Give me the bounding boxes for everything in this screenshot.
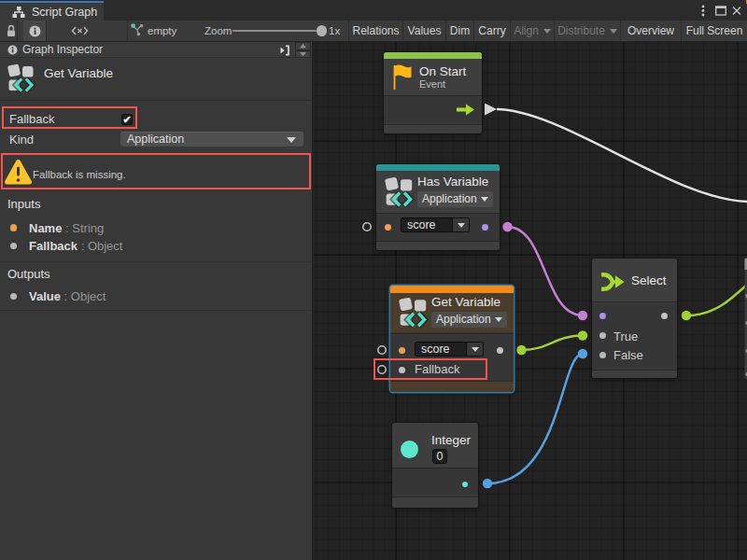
wire-dot[interactable] — [502, 222, 512, 231]
graph-toolbar: empty Zoom 1x Relations Values Dim Carry… — [0, 21, 747, 42]
wire-select-out[interactable] — [686, 273, 747, 315]
port-dot-false[interactable] — [599, 352, 606, 358]
port-dot-name[interactable] — [385, 224, 391, 231]
port-dot — [10, 243, 18, 250]
port-dot-true[interactable] — [599, 332, 606, 339]
port-dot-value[interactable] — [497, 347, 503, 354]
node-title: Select — [631, 273, 667, 287]
kind-property-label: Kind — [9, 133, 34, 147]
chevron-down-icon — [495, 317, 502, 322]
input-ring[interactable] — [378, 346, 386, 354]
kebab-menu-icon[interactable] — [701, 5, 705, 17]
wire-has-variable-select[interactable] — [508, 227, 584, 315]
close-icon[interactable] — [732, 6, 741, 16]
toolbar-button-values[interactable]: Values — [402, 21, 445, 41]
toolbar-button-dim[interactable]: Dim — [445, 21, 473, 41]
zoom-slider-knob[interactable] — [317, 25, 328, 36]
wire-on-start[interactable] — [497, 109, 747, 202]
flag-icon — [392, 63, 412, 91]
toolbar-button-carry[interactable]: Carry — [473, 21, 510, 41]
dock-icon[interactable] — [280, 45, 290, 56]
inspector-title: Graph Inspector — [22, 43, 103, 56]
breadcrumb-label[interactable]: empty — [148, 21, 176, 41]
button-label: Distribute — [557, 24, 605, 37]
graph-breadcrumb-icon — [131, 21, 144, 41]
wire-dot[interactable] — [578, 349, 587, 358]
node-title: Integer — [431, 433, 471, 447]
node-footer — [592, 370, 677, 378]
wire-dot[interactable] — [578, 311, 587, 320]
integer-value-field[interactable]: 0 — [432, 449, 447, 464]
inspector-toggle-button[interactable] — [23, 21, 46, 41]
node-footer — [376, 241, 500, 250]
warning-text: Fallback is missing. — [33, 169, 126, 180]
wire-get-variable-true[interactable] — [522, 336, 584, 351]
input-ring[interactable] — [363, 223, 371, 231]
node-on-start[interactable]: On Start Event — [384, 52, 482, 133]
port-row-name: Name : String — [0, 219, 312, 237]
zoom-slider-track[interactable] — [233, 30, 317, 32]
node-subtitle: Event — [419, 78, 466, 90]
maximize-icon[interactable] — [715, 6, 726, 16]
code-view-icon[interactable] — [71, 21, 89, 41]
node-integer[interactable]: Integer 0 — [392, 423, 478, 508]
spin-down-button[interactable] — [295, 50, 311, 59]
select-icon — [599, 271, 625, 293]
variable-name-field[interactable]: score — [401, 217, 453, 232]
flow-port-triangle[interactable] — [485, 104, 497, 116]
node-footer — [392, 497, 478, 508]
variable-name-dropdown[interactable] — [453, 217, 470, 232]
button-label: Dim — [450, 24, 470, 37]
tab-script-graph[interactable]: Script Graph — [0, 1, 104, 21]
kind-pill-dropdown[interactable]: Application — [417, 191, 493, 207]
info-icon — [7, 45, 18, 55]
lock-icon[interactable] — [7, 21, 16, 41]
toolbar-button-relations[interactable]: Relations — [348, 21, 402, 41]
wire-dot[interactable] — [483, 479, 492, 488]
outputs-section-title: Outputs — [7, 267, 50, 281]
pill-value: Application — [422, 192, 477, 205]
chevron-down-icon — [472, 347, 479, 352]
field-value: 0 — [437, 450, 444, 463]
chevron-down-icon — [287, 137, 296, 143]
variable-name-dropdown[interactable] — [467, 342, 484, 357]
graph-canvas[interactable]: On Start Event — [314, 42, 747, 560]
port-dot-output[interactable] — [462, 482, 468, 487]
button-label: Relations — [352, 24, 399, 37]
pill-value: Application — [436, 313, 491, 326]
variables-icon — [384, 175, 417, 209]
variables-icon — [398, 296, 431, 329]
kind-pill-dropdown[interactable]: Application — [431, 312, 507, 328]
kind-dropdown[interactable]: Application — [120, 132, 303, 147]
script-graph-icon — [12, 6, 25, 19]
toolbar-button-align[interactable]: Align — [510, 21, 554, 41]
node-has-variable[interactable]: Has Variable Application score — [376, 164, 500, 250]
port-type: : String — [62, 221, 104, 235]
inputs-section-title: Inputs — [7, 197, 40, 211]
wires-layer — [314, 42, 747, 560]
toolbar-button-distribute[interactable]: Distribute — [554, 21, 620, 41]
field-value: score — [407, 218, 436, 231]
zoom-value: 1x — [329, 21, 340, 41]
port-dot-selection[interactable] — [661, 313, 668, 319]
toolbar-button-overview[interactable]: Overview — [620, 21, 681, 41]
wire-dot[interactable] — [516, 345, 526, 355]
button-label: Full Screen — [686, 24, 743, 37]
toolbar-button-fullscreen[interactable]: Full Screen — [681, 21, 747, 41]
variable-name-field[interactable]: score — [415, 342, 467, 357]
port-dot — [10, 224, 18, 231]
divider — [0, 310, 312, 311]
wire-dot[interactable] — [682, 311, 691, 320]
tab-title: Script Graph — [32, 6, 97, 19]
button-label: Align — [514, 24, 539, 37]
port-dot-result[interactable] — [482, 224, 488, 231]
tab-bar: Script Graph — [0, 0, 747, 21]
wire-dot[interactable] — [578, 330, 587, 340]
node-select[interactable]: Select True False — [592, 259, 677, 378]
divider — [0, 261, 312, 262]
port-dot-condition[interactable] — [599, 313, 606, 319]
port-dot-name[interactable] — [399, 347, 405, 354]
spin-up-button[interactable] — [295, 42, 311, 50]
graph-inspector-panel: Graph Inspector Get Variable Fallback ✔ — [0, 42, 312, 560]
field-value: score — [421, 343, 450, 356]
